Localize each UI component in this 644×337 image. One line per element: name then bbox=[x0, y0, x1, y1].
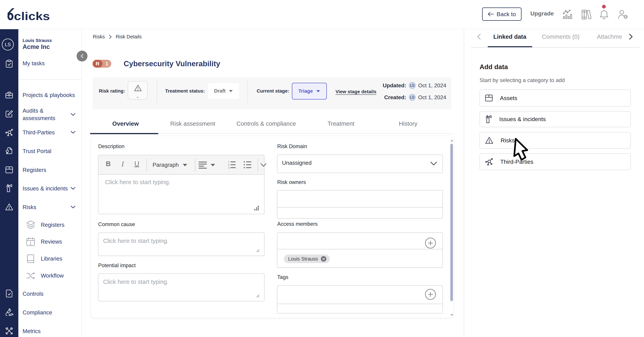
svg-text:3: 3 bbox=[228, 166, 230, 169]
svg-text:clicks: clicks bbox=[14, 10, 50, 22]
svg-text:2: 2 bbox=[228, 164, 230, 166]
svg-text:1: 1 bbox=[228, 161, 230, 163]
